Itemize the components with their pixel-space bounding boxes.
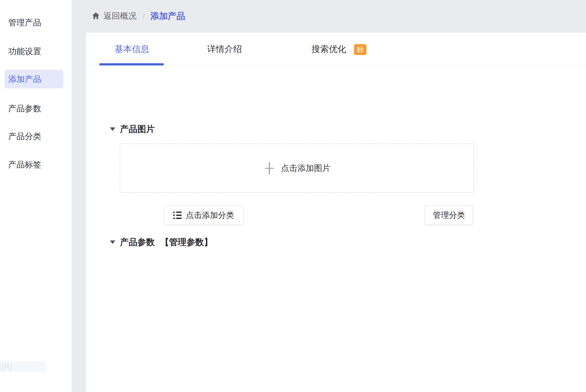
params-section-title: 产品参数: [120, 236, 155, 248]
breadcrumb: 返回概况 / 添加产品: [91, 9, 185, 23]
triangle-down-icon[interactable]: [110, 240, 115, 244]
upload-hint-text: 点击添加图片: [281, 163, 331, 174]
manage-params-link[interactable]: 【管理参数】: [160, 236, 213, 248]
sidebar-item-1[interactable]: 管理产品: [4, 13, 63, 32]
home-icon[interactable]: [91, 12, 100, 20]
content-card: [86, 32, 586, 392]
sidebar-item-4[interactable]: 产品参数: [4, 99, 63, 118]
sidebar-item-3[interactable]: 添加产品: [4, 70, 63, 88]
manage-category-button-label: 管理分类: [433, 210, 465, 221]
params-section-header: 产品参数 【管理参数】: [110, 236, 213, 248]
image-section-title: 产品图片: [120, 123, 155, 135]
add-category-button-label: 点击添加分类: [186, 210, 234, 221]
tab-basic-info[interactable]: 基本信息: [99, 32, 164, 65]
taskbar-remnant-text: 目(R): [0, 362, 12, 372]
image-upload-area[interactable]: 点击添加图片: [120, 144, 474, 193]
triangle-down-icon[interactable]: [110, 128, 115, 131]
breadcrumb-separator: /: [143, 11, 145, 20]
image-section-header: 产品图片: [110, 123, 155, 135]
tab-detail-intro[interactable]: 详情介绍: [192, 32, 257, 65]
sidebar-item-5[interactable]: 产品分类: [4, 127, 63, 146]
plus-icon: [263, 162, 275, 174]
breadcrumb-back-link[interactable]: 返回概况: [103, 10, 136, 22]
taskbar-remnant-overlay: 目(R): [0, 361, 46, 372]
sidebar-item-2[interactable]: 功能设置: [4, 42, 63, 61]
manage-category-button[interactable]: 管理分类: [425, 205, 473, 225]
add-category-button[interactable]: 点击添加分类: [164, 205, 243, 225]
active-tab-underline: [99, 63, 164, 66]
tab-search-optimize[interactable]: 搜索优化: [296, 32, 361, 65]
tab-bar: 基本信息 详情介绍 搜索优化 标: [86, 32, 586, 66]
sidebar: 管理产品功能设置添加产品产品参数产品分类产品标签: [0, 0, 71, 392]
breadcrumb-current-page: 添加产品: [150, 10, 185, 22]
tab-badge: 标: [354, 44, 366, 55]
sidebar-item-6[interactable]: 产品标签: [4, 155, 63, 174]
list-icon: [173, 212, 181, 219]
